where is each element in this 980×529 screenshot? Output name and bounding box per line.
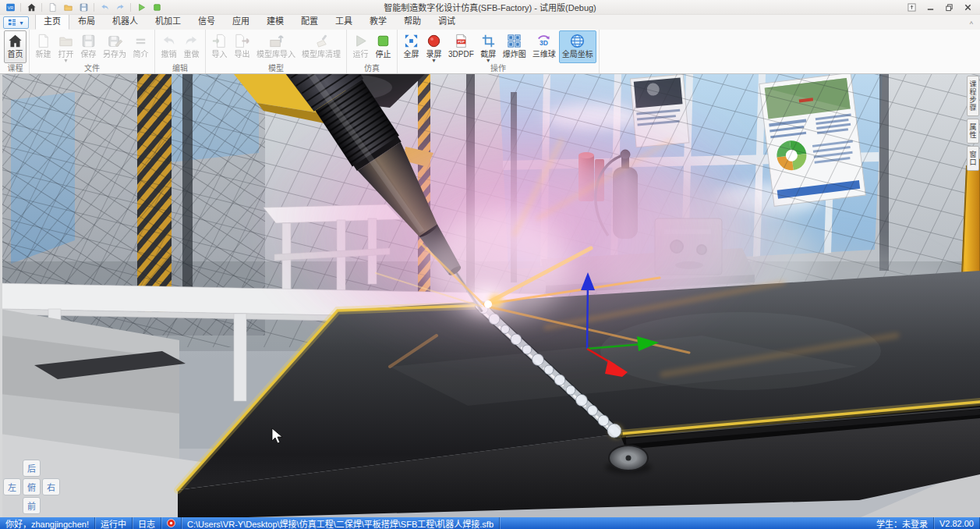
ribbon-group-label: 操作 <box>400 63 596 73</box>
ribbon-button-导出: 导出 <box>231 30 253 63</box>
fullscreen-icon <box>403 32 419 49</box>
ribbon-button-停止[interactable]: 停止 <box>372 30 394 63</box>
open-icon <box>58 32 74 49</box>
button-label: 简介 <box>133 50 149 59</box>
qa-undo-button[interactable] <box>97 2 111 13</box>
ribbon-group-label: 模型 <box>208 63 344 73</box>
status-run-state: 运行中 <box>95 517 133 529</box>
libclean-icon <box>313 32 330 49</box>
ribbon-button-重做: 重做 <box>180 30 203 63</box>
button-label: 撤销 <box>161 50 177 59</box>
view-back-button[interactable]: 后 <box>23 460 41 477</box>
status-student: 学生：未登录 <box>871 517 934 529</box>
chevron-down-icon: ▼ <box>431 59 437 62</box>
run-icon <box>352 32 369 49</box>
viewport-3d[interactable]: 课程步骤属性窗口 后左俯右前 <box>0 74 980 517</box>
3d-scene <box>0 74 980 517</box>
pdf-icon: PDF <box>453 32 469 49</box>
ribbon-pin-icon[interactable] <box>904 2 920 13</box>
button-label: 全局坐标 <box>562 50 593 59</box>
ribbon-button-全屏[interactable]: 全屏 <box>400 30 423 63</box>
snap-icon <box>480 32 497 49</box>
status-record-icon[interactable] <box>161 517 182 529</box>
ribbon-button-新建: 新建 <box>32 30 55 63</box>
save-icon <box>80 32 97 49</box>
button-label: 首页 <box>8 50 23 59</box>
app-menu-button[interactable]: ▼ <box>3 16 29 29</box>
qa-open-button[interactable] <box>61 2 75 13</box>
quick-access-toolbar: VR <box>0 2 164 13</box>
status-log-button[interactable]: 日志 <box>133 517 161 529</box>
ribbon-button-另存为: 另存为 <box>100 30 129 63</box>
view-top-button[interactable]: 俯 <box>23 478 41 495</box>
button-label: 导出 <box>235 50 250 59</box>
view-right-button[interactable]: 右 <box>42 478 60 495</box>
status-version: V2.82.00 <box>934 517 980 529</box>
button-label: 导入 <box>212 50 228 59</box>
close-icon[interactable] <box>960 2 976 13</box>
ribbon-button-保存: 保存 <box>77 30 100 63</box>
restore-icon[interactable] <box>941 2 957 13</box>
ribbon-button-首页[interactable]: 首页 <box>4 30 27 63</box>
saveas-icon <box>107 32 123 49</box>
qa-app-logo-button[interactable]: VR <box>3 2 17 13</box>
ribbon-button-打开: 打开▼ <box>55 30 77 63</box>
left-panel-edge <box>0 74 2 517</box>
chevron-down-icon: ▼ <box>486 59 491 62</box>
status-greeting: 你好，zhangjingchen! <box>0 517 95 529</box>
side-panel-tabs: 课程步骤属性窗口 <box>967 76 979 171</box>
new-icon <box>35 32 51 49</box>
qa-redo-button[interactable] <box>113 2 127 13</box>
divider <box>94 3 94 12</box>
chevron-down-icon: ▼ <box>19 20 24 26</box>
ribbon-group-课程: 首页课程 <box>2 30 30 73</box>
side-tab-属性[interactable]: 属性 <box>967 119 979 144</box>
ribbon-tab-row: ▼ 主页布局机器人机加工信号应用建模配置工具教学帮助调试 ^ <box>0 15 980 30</box>
ribbon-group-label: 文件 <box>32 63 152 73</box>
record-icon <box>426 32 442 49</box>
status-file-path: C:\Users\VR-Y\Desktop\焊接\仿真工程\二保焊\平板搭焊\S… <box>182 517 500 529</box>
minimize-icon[interactable] <box>922 2 939 13</box>
ribbon-button-录屏[interactable]: 录屏▼ <box>423 30 445 63</box>
ribbon-button-简介: 简介 <box>129 30 152 63</box>
collapse-ribbon-caret[interactable]: ^ <box>970 21 973 28</box>
view-direction-pad: 后左俯右前 <box>3 460 60 514</box>
qa-stop-button[interactable] <box>150 2 164 13</box>
ribbon-button-3DPDF[interactable]: PDF3DPDF <box>445 30 477 63</box>
qa-save-button[interactable] <box>76 2 90 13</box>
ribbon-button-爆炸图[interactable]: 爆炸图 <box>500 30 529 63</box>
ribbon-group-编辑: 撤销重做编辑 <box>155 30 206 73</box>
libimport-icon <box>268 32 285 49</box>
button-label: 另存为 <box>103 50 126 59</box>
button-label: 模型库导入 <box>256 50 295 59</box>
application-window: VR 智能制造数字化设计仿真(SFB-Factory) - 试用版(Debug)… <box>0 0 980 529</box>
ribbon-group-label: 编辑 <box>157 63 203 73</box>
menu-grid-icon <box>8 16 16 30</box>
title-bar[interactable]: VR 智能制造数字化设计仿真(SFB-Factory) - 试用版(Debug) <box>0 0 980 15</box>
ribbon-group-文件: 新建打开▼保存另存为简介文件 <box>30 30 155 73</box>
redo-icon <box>183 32 200 49</box>
button-label: 模型库清理 <box>302 50 341 59</box>
side-tab-课程步骤[interactable]: 课程步骤 <box>967 76 979 116</box>
side-tab-窗口[interactable]: 窗口 <box>967 146 979 171</box>
qa-run-button[interactable] <box>134 2 148 13</box>
button-label: 运行 <box>353 50 369 59</box>
button-label: 重做 <box>184 50 200 59</box>
qa-home-button[interactable] <box>24 2 38 13</box>
ribbon-group-label: 课程 <box>4 63 27 73</box>
window-controls <box>904 2 980 13</box>
svg-text:PDF: PDF <box>458 40 465 44</box>
button-label: 爆炸图 <box>503 50 526 59</box>
button-label: 停止 <box>376 50 391 59</box>
view-front-button[interactable]: 前 <box>23 497 41 514</box>
ribbon-button-全局坐标[interactable]: 全局坐标 <box>559 30 596 63</box>
view-left-button[interactable]: 左 <box>3 478 21 495</box>
ribbon-button-撤销: 撤销 <box>157 30 180 63</box>
ribbon-button-三维球[interactable]: 3D三维球 <box>529 30 559 63</box>
divider <box>130 3 131 12</box>
ribbon-button-截屏[interactable]: 截屏▼ <box>477 30 500 63</box>
undo-icon <box>161 32 177 49</box>
button-label: 新建 <box>36 50 51 59</box>
ribbon-group-模型: 导入导出模型库导入模型库清理模型 <box>206 30 347 73</box>
qa-new-button[interactable] <box>45 2 59 13</box>
